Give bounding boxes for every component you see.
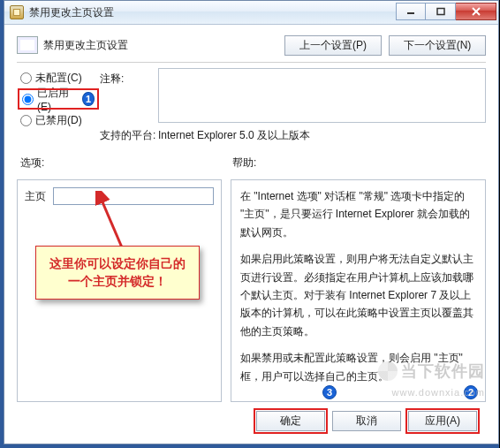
prev-setting-button[interactable]: 上一个设置(P) xyxy=(284,35,382,56)
notes-textarea[interactable] xyxy=(158,68,486,123)
radio-unconfigured[interactable]: 未配置(C) xyxy=(20,70,96,86)
window-icon xyxy=(10,5,24,19)
svg-line-4 xyxy=(101,198,122,247)
ok-button[interactable]: 确定 xyxy=(256,411,325,431)
homepage-input[interactable] xyxy=(53,187,214,205)
svg-rect-1 xyxy=(437,9,444,15)
platforms-label: 支持的平台: xyxy=(100,128,155,143)
settings-window: 禁用更改主页设置 禁用更改主页设置 上一个设置(P) 下一个设置(N) xyxy=(4,0,499,444)
cancel-button[interactable]: 取消 xyxy=(332,411,401,431)
close-icon xyxy=(471,7,481,16)
badge-3: 3 xyxy=(322,385,337,399)
policy-icon xyxy=(17,36,38,54)
notes-label: 注释: xyxy=(100,68,155,87)
radio-disabled-label: 已禁用(D) xyxy=(35,113,82,128)
help-paragraph-2: 如果启用此策略设置，则用户将无法自定义默认主页进行设置。必须指定在用户计算机上应… xyxy=(240,250,476,340)
homepage-label: 主页 xyxy=(25,189,49,204)
annotation-callout: 这里你可以设定你自己的 一个主页并锁定！ xyxy=(35,246,200,300)
next-setting-button[interactable]: 下一个设置(N) xyxy=(389,35,486,56)
maximize-icon xyxy=(436,7,446,16)
radio-enabled-label: 已启用(E) xyxy=(37,86,75,113)
badge-2: 2 xyxy=(464,385,478,399)
apply-button[interactable]: 应用(A) xyxy=(408,411,477,431)
minimize-button[interactable] xyxy=(396,3,426,20)
close-button[interactable] xyxy=(456,3,496,20)
help-paragraph-3: 如果禁用或未配置此策略设置，则会启用 "主页" 框，用户可以选择自己的主页。 xyxy=(240,349,476,385)
platforms-value: Internet Explorer 5.0 及以上版本 xyxy=(158,128,486,143)
help-paragraph-1: 在 "Internet 选项" 对话框 "常规" 选项卡中指定的 "主页"，是只… xyxy=(240,187,476,241)
separator xyxy=(17,62,486,63)
policy-title: 禁用更改主页设置 xyxy=(43,38,128,53)
radio-disabled[interactable]: 已禁用(D) xyxy=(20,112,96,128)
radio-enabled[interactable]: 已启用(E) 1 xyxy=(20,91,96,107)
window-title: 禁用更改主页设置 xyxy=(29,5,114,20)
callout-line1: 这里你可以设定你自己的 xyxy=(49,256,186,270)
callout-line2: 一个主页并锁定！ xyxy=(68,274,167,288)
options-label: 选项: xyxy=(20,156,232,171)
options-pane: 主页 这里你可以设定你自己的 一个主页并锁定！ xyxy=(17,179,222,402)
help-label: 帮助: xyxy=(232,156,256,171)
badge-1: 1 xyxy=(82,92,95,106)
minimize-icon xyxy=(405,7,416,16)
maximize-button[interactable] xyxy=(426,3,456,20)
radio-unconfigured-label: 未配置(C) xyxy=(35,71,82,86)
titlebar[interactable]: 禁用更改主页设置 xyxy=(4,1,498,25)
help-pane: 在 "Internet 选项" 对话框 "常规" 选项卡中指定的 "主页"，是只… xyxy=(231,179,486,402)
